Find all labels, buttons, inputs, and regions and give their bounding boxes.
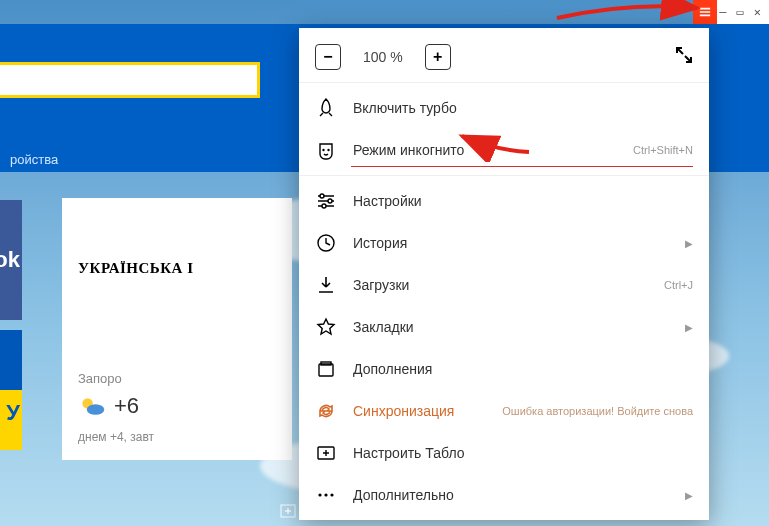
weather-city: Запоро — [78, 371, 276, 386]
window-titlebar: — ▭ ✕ — [693, 0, 769, 24]
weather-temp: +6 — [114, 393, 139, 419]
menu-item-label: Дополнения — [353, 361, 432, 377]
svg-rect-9 — [319, 364, 333, 376]
menu-item-turbo[interactable]: Включить турбо — [299, 87, 709, 129]
chevron-right-icon: ▶ — [685, 322, 693, 333]
addons-icon — [315, 358, 337, 380]
menu-item-incognito[interactable]: Режим инкогнитоCtrl+Shift+N — [299, 129, 709, 171]
svg-point-5 — [320, 194, 324, 198]
bookmarks-icon — [315, 316, 337, 338]
tile-ukraine[interactable]: У — [0, 330, 22, 450]
svg-point-7 — [322, 204, 326, 208]
history-icon — [315, 232, 337, 254]
annotation-arrow-top — [552, 0, 712, 26]
settings-icon — [315, 190, 337, 212]
menu-item-hint: Ctrl+J — [664, 279, 693, 291]
svg-point-4 — [327, 149, 329, 151]
menu-item-label: Режим инкогнито — [353, 142, 464, 158]
search-input[interactable] — [0, 62, 260, 98]
window-maximize-button[interactable]: ▭ — [737, 5, 744, 19]
chevron-right-icon: ▶ — [685, 490, 693, 501]
tablo-icon — [315, 442, 337, 464]
hamburger-menu-button[interactable] — [693, 0, 717, 24]
menu-item-tablo[interactable]: Настроить Табло — [299, 432, 709, 474]
chevron-right-icon: ▶ — [685, 238, 693, 249]
menu-item-hint: Ошибка авторизации! Войдите снова — [502, 405, 693, 417]
menu-item-label: Загрузки — [353, 277, 409, 293]
tile-facebook[interactable]: ok — [0, 200, 22, 320]
svg-point-3 — [322, 149, 324, 151]
turbo-icon — [315, 97, 337, 119]
menu-item-label: История — [353, 235, 407, 251]
svg-point-13 — [324, 493, 327, 496]
incognito-icon — [315, 139, 337, 161]
menu-item-history[interactable]: История▶ — [299, 222, 709, 264]
main-menu-dropdown: − 100 % + Включить турбоРежим инкогнитоC… — [299, 28, 709, 520]
window-close-button[interactable]: ✕ — [754, 5, 761, 19]
window-minimize-button[interactable]: — — [719, 5, 726, 19]
tile-ukraine-label: У — [6, 400, 20, 426]
weather-icon — [78, 392, 106, 420]
svg-point-6 — [328, 199, 332, 203]
news-headline: УКРАЇНСЬКА І — [78, 260, 276, 277]
zoom-out-button[interactable]: − — [315, 44, 341, 70]
zoom-in-button[interactable]: + — [425, 44, 451, 70]
menu-item-hint: Ctrl+Shift+N — [633, 144, 693, 156]
svg-point-14 — [330, 493, 333, 496]
menu-item-label: Закладки — [353, 319, 414, 335]
menu-item-label: Синхронизация — [353, 403, 454, 419]
svg-point-1 — [87, 404, 105, 415]
zoom-value: 100 % — [363, 49, 403, 65]
svg-point-12 — [318, 493, 321, 496]
sync-icon — [315, 400, 337, 422]
tile-facebook-label: ok — [0, 247, 20, 273]
menu-item-label: Включить турбо — [353, 100, 457, 116]
menu-item-label: Настройки — [353, 193, 422, 209]
menu-item-settings[interactable]: Настройки — [299, 180, 709, 222]
menu-item-sync[interactable]: СинхронизацияОшибка авторизации! Войдите… — [299, 390, 709, 432]
menu-item-downloads[interactable]: ЗагрузкиCtrl+J — [299, 264, 709, 306]
annotation-underline — [351, 166, 693, 167]
menu-item-label: Дополнительно — [353, 487, 454, 503]
fullscreen-button[interactable] — [675, 46, 693, 68]
menu-item-bookmarks[interactable]: Закладки▶ — [299, 306, 709, 348]
menu-item-addons[interactable]: Дополнения — [299, 348, 709, 390]
menu-zoom-row: − 100 % + — [299, 36, 709, 78]
devices-label: ройства — [10, 152, 58, 167]
downloads-icon — [315, 274, 337, 296]
menu-item-label: Настроить Табло — [353, 445, 465, 461]
news-weather-card: УКРАЇНСЬКА І Запоро +6 днем +4, завт — [62, 198, 292, 460]
more-icon — [315, 484, 337, 506]
menu-item-more[interactable]: Дополнительно▶ — [299, 474, 709, 516]
weather-subtext: днем +4, завт — [78, 430, 276, 444]
